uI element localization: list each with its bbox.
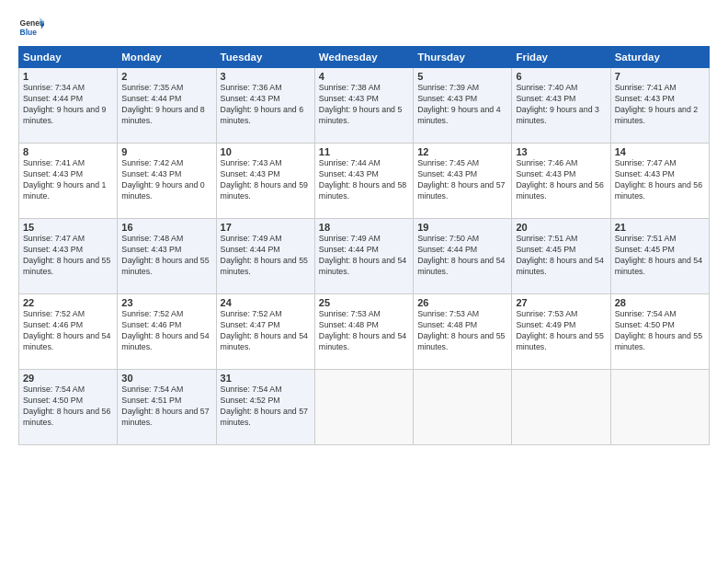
day-number: 16 xyxy=(121,222,211,233)
cell-content: Sunrise: 7:34 AM Sunset: 4:44 PM Dayligh… xyxy=(23,83,113,127)
day-number: 20 xyxy=(516,222,606,233)
calendar-cell: 15Sunrise: 7:47 AM Sunset: 4:43 PM Dayli… xyxy=(19,219,118,294)
calendar-cell: 2Sunrise: 7:35 AM Sunset: 4:44 PM Daylig… xyxy=(118,68,216,144)
cell-content: Sunrise: 7:54 AM Sunset: 4:50 PM Dayligh… xyxy=(23,385,113,429)
calendar-cell: 19Sunrise: 7:50 AM Sunset: 4:44 PM Dayli… xyxy=(414,219,512,294)
cell-content: Sunrise: 7:35 AM Sunset: 4:44 PM Dayligh… xyxy=(121,83,211,127)
calendar-cell: 13Sunrise: 7:46 AM Sunset: 4:43 PM Dayli… xyxy=(512,144,610,219)
day-number: 10 xyxy=(221,146,311,157)
cell-content: Sunrise: 7:53 AM Sunset: 4:49 PM Dayligh… xyxy=(516,309,606,353)
calendar-week-1: 1Sunrise: 7:34 AM Sunset: 4:44 PM Daylig… xyxy=(19,68,710,144)
day-number: 3 xyxy=(221,71,311,82)
calendar-cell: 10Sunrise: 7:43 AM Sunset: 4:43 PM Dayli… xyxy=(216,144,314,219)
day-number: 21 xyxy=(615,222,705,233)
day-number: 9 xyxy=(121,146,211,157)
calendar-cell: 28Sunrise: 7:54 AM Sunset: 4:50 PM Dayli… xyxy=(610,294,709,370)
cell-content: Sunrise: 7:41 AM Sunset: 4:43 PM Dayligh… xyxy=(23,158,113,202)
cell-content: Sunrise: 7:43 AM Sunset: 4:43 PM Dayligh… xyxy=(221,158,311,202)
calendar-cell: 24Sunrise: 7:52 AM Sunset: 4:47 PM Dayli… xyxy=(216,294,314,370)
header-friday: Friday xyxy=(512,47,610,68)
day-number: 30 xyxy=(121,373,211,384)
calendar-cell: 16Sunrise: 7:48 AM Sunset: 4:43 PM Dayli… xyxy=(118,219,216,294)
calendar-cell: 14Sunrise: 7:47 AM Sunset: 4:43 PM Dayli… xyxy=(610,144,709,219)
calendar-cell: 17Sunrise: 7:49 AM Sunset: 4:44 PM Dayli… xyxy=(216,219,314,294)
cell-content: Sunrise: 7:53 AM Sunset: 4:48 PM Dayligh… xyxy=(319,309,409,353)
header-sunday: Sunday xyxy=(19,47,118,68)
calendar-table: SundayMondayTuesdayWednesdayThursdayFrid… xyxy=(18,46,710,445)
cell-content: Sunrise: 7:52 AM Sunset: 4:46 PM Dayligh… xyxy=(121,309,211,353)
header-thursday: Thursday xyxy=(414,47,512,68)
day-number: 11 xyxy=(319,146,409,157)
calendar-cell xyxy=(610,370,709,445)
cell-content: Sunrise: 7:45 AM Sunset: 4:43 PM Dayligh… xyxy=(417,158,507,202)
calendar-cell xyxy=(414,370,512,445)
calendar-week-5: 29Sunrise: 7:54 AM Sunset: 4:50 PM Dayli… xyxy=(19,370,710,445)
calendar-cell: 5Sunrise: 7:39 AM Sunset: 4:43 PM Daylig… xyxy=(414,68,512,144)
logo-icon: General Blue xyxy=(18,15,44,40)
calendar-cell: 9Sunrise: 7:42 AM Sunset: 4:43 PM Daylig… xyxy=(118,144,216,219)
calendar-cell: 22Sunrise: 7:52 AM Sunset: 4:46 PM Dayli… xyxy=(19,294,118,370)
cell-content: Sunrise: 7:41 AM Sunset: 4:43 PM Dayligh… xyxy=(615,83,705,127)
header-tuesday: Tuesday xyxy=(216,47,314,68)
day-number: 12 xyxy=(417,146,507,157)
day-number: 27 xyxy=(516,297,606,308)
calendar-cell: 26Sunrise: 7:53 AM Sunset: 4:48 PM Dayli… xyxy=(414,294,512,370)
cell-content: Sunrise: 7:52 AM Sunset: 4:47 PM Dayligh… xyxy=(221,309,311,353)
day-number: 6 xyxy=(516,71,606,82)
calendar-cell: 21Sunrise: 7:51 AM Sunset: 4:45 PM Dayli… xyxy=(610,219,709,294)
calendar-cell: 31Sunrise: 7:54 AM Sunset: 4:52 PM Dayli… xyxy=(216,370,314,445)
calendar-cell: 18Sunrise: 7:49 AM Sunset: 4:44 PM Dayli… xyxy=(314,219,413,294)
cell-content: Sunrise: 7:54 AM Sunset: 4:50 PM Dayligh… xyxy=(615,309,705,353)
cell-content: Sunrise: 7:36 AM Sunset: 4:43 PM Dayligh… xyxy=(221,83,311,127)
day-number: 13 xyxy=(516,146,606,157)
day-number: 1 xyxy=(23,71,113,82)
header-wednesday: Wednesday xyxy=(314,47,413,68)
cell-content: Sunrise: 7:48 AM Sunset: 4:43 PM Dayligh… xyxy=(121,234,211,278)
calendar-week-4: 22Sunrise: 7:52 AM Sunset: 4:46 PM Dayli… xyxy=(19,294,710,370)
header-monday: Monday xyxy=(118,47,216,68)
day-number: 17 xyxy=(221,222,311,233)
day-number: 14 xyxy=(615,146,705,157)
cell-content: Sunrise: 7:52 AM Sunset: 4:46 PM Dayligh… xyxy=(23,309,113,353)
day-number: 26 xyxy=(417,297,507,308)
day-number: 22 xyxy=(23,297,113,308)
day-number: 5 xyxy=(417,71,507,82)
calendar-cell: 23Sunrise: 7:52 AM Sunset: 4:46 PM Dayli… xyxy=(118,294,216,370)
calendar-cell: 1Sunrise: 7:34 AM Sunset: 4:44 PM Daylig… xyxy=(19,68,118,144)
calendar-cell: 11Sunrise: 7:44 AM Sunset: 4:43 PM Dayli… xyxy=(314,144,413,219)
header-saturday: Saturday xyxy=(610,47,709,68)
calendar-cell xyxy=(314,370,413,445)
cell-content: Sunrise: 7:49 AM Sunset: 4:44 PM Dayligh… xyxy=(319,234,409,278)
day-number: 19 xyxy=(417,222,507,233)
svg-text:Blue: Blue xyxy=(20,28,38,37)
day-number: 8 xyxy=(23,146,113,157)
day-number: 25 xyxy=(319,297,409,308)
day-number: 23 xyxy=(121,297,211,308)
page-header: General Blue xyxy=(18,15,710,40)
cell-content: Sunrise: 7:51 AM Sunset: 4:45 PM Dayligh… xyxy=(516,234,606,278)
calendar-cell: 8Sunrise: 7:41 AM Sunset: 4:43 PM Daylig… xyxy=(19,144,118,219)
calendar-cell xyxy=(512,370,610,445)
day-number: 28 xyxy=(615,297,705,308)
calendar-week-2: 8Sunrise: 7:41 AM Sunset: 4:43 PM Daylig… xyxy=(19,144,710,219)
day-number: 15 xyxy=(23,222,113,233)
day-number: 31 xyxy=(221,373,311,384)
cell-content: Sunrise: 7:54 AM Sunset: 4:52 PM Dayligh… xyxy=(221,385,311,429)
calendar-cell: 7Sunrise: 7:41 AM Sunset: 4:43 PM Daylig… xyxy=(610,68,709,144)
calendar-cell: 30Sunrise: 7:54 AM Sunset: 4:51 PM Dayli… xyxy=(118,370,216,445)
cell-content: Sunrise: 7:54 AM Sunset: 4:51 PM Dayligh… xyxy=(121,385,211,429)
cell-content: Sunrise: 7:47 AM Sunset: 4:43 PM Dayligh… xyxy=(23,234,113,278)
cell-content: Sunrise: 7:44 AM Sunset: 4:43 PM Dayligh… xyxy=(319,158,409,202)
day-number: 7 xyxy=(615,71,705,82)
cell-content: Sunrise: 7:49 AM Sunset: 4:44 PM Dayligh… xyxy=(221,234,311,278)
calendar-cell: 20Sunrise: 7:51 AM Sunset: 4:45 PM Dayli… xyxy=(512,219,610,294)
cell-content: Sunrise: 7:38 AM Sunset: 4:43 PM Dayligh… xyxy=(319,83,409,127)
calendar-cell: 12Sunrise: 7:45 AM Sunset: 4:43 PM Dayli… xyxy=(414,144,512,219)
calendar-cell: 4Sunrise: 7:38 AM Sunset: 4:43 PM Daylig… xyxy=(314,68,413,144)
day-number: 29 xyxy=(23,373,113,384)
calendar-cell: 27Sunrise: 7:53 AM Sunset: 4:49 PM Dayli… xyxy=(512,294,610,370)
cell-content: Sunrise: 7:39 AM Sunset: 4:43 PM Dayligh… xyxy=(417,83,507,127)
logo: General Blue xyxy=(18,15,44,40)
calendar-cell: 29Sunrise: 7:54 AM Sunset: 4:50 PM Dayli… xyxy=(19,370,118,445)
cell-content: Sunrise: 7:40 AM Sunset: 4:43 PM Dayligh… xyxy=(516,83,606,127)
